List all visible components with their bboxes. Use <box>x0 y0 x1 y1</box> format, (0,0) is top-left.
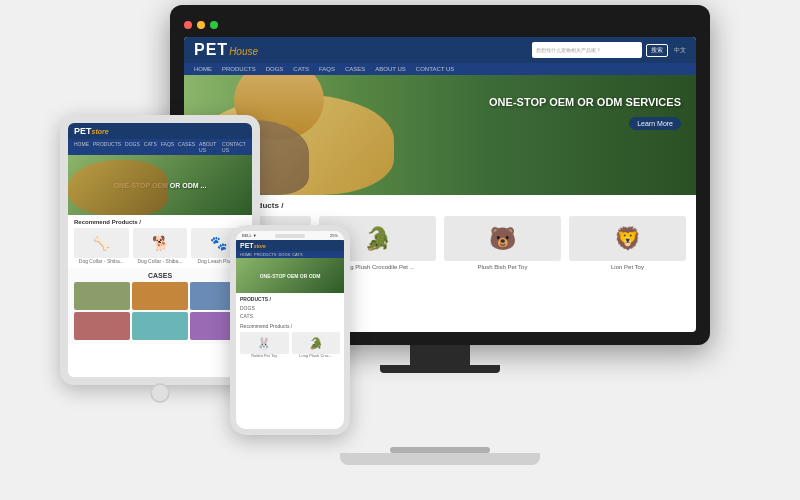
tab-nav-home[interactable]: HOME <box>74 141 89 153</box>
phone-battery: 25% <box>330 233 338 238</box>
nav-contact[interactable]: CONTACT US <box>416 66 454 72</box>
nav-home[interactable]: HOME <box>194 66 212 72</box>
nav-faqs[interactable]: FAQS <box>319 66 335 72</box>
laptop-base <box>340 453 540 465</box>
tab-nav-products[interactable]: PRODUCTS <box>93 141 121 153</box>
tablet-cases-title: CASES <box>74 272 246 279</box>
nav-dogs[interactable]: DOGS <box>266 66 284 72</box>
tablet-home-button[interactable] <box>150 383 170 403</box>
logo-house: House <box>229 46 258 57</box>
phone-screen: BELL ▼ 4:21 PM 25% PETstore HOME PRODUCT… <box>236 231 344 429</box>
tab-nav-faqs[interactable]: FAQS <box>161 141 174 153</box>
product-name-3: Plush Bish Pet Toy <box>444 264 561 271</box>
monitor-base <box>380 365 500 373</box>
phone-prod-img-1: 🐰 <box>240 332 289 354</box>
tablet-products-title: Recommend Products / <box>74 219 246 225</box>
tab-nav-cats[interactable]: CATS <box>144 141 157 153</box>
search-box[interactable]: 您想找什么宠物相关产品呢？ <box>532 42 642 58</box>
nav-cases[interactable]: CASES <box>345 66 365 72</box>
phone-notch <box>275 234 305 238</box>
hero-text: ONE-STOP OEM OR ODM SERVICES Learn More <box>489 95 681 130</box>
phone-product-1[interactable]: 🐰 Rabbit Pet Toy <box>240 332 289 359</box>
phone-products: PRODUCTS / DOGS CATS Recommend Products … <box>236 293 344 362</box>
site-hero: ONE-STOP OEM OR ODM SERVICES Learn More <box>184 75 696 195</box>
phone-logo: PETstore <box>240 242 266 249</box>
tablet-prod-img-2: 🐕 <box>133 228 188 258</box>
site-logo: PET House <box>194 41 258 59</box>
cases-grid <box>74 282 246 340</box>
tablet-product-1[interactable]: 🦴 Dog Collar - Shiba... <box>74 228 129 264</box>
phone-recommend-title: Recommend Products / <box>240 323 340 329</box>
tablet-prod-name-1: Dog Collar - Shiba... <box>74 258 129 264</box>
phone-nav: HOME PRODUCTS DOGS CATS <box>236 251 344 258</box>
tab-nav-dogs[interactable]: DOGS <box>125 141 140 153</box>
phone-label-cats: CATS <box>240 312 340 320</box>
tablet-logo: PETstore <box>74 126 109 136</box>
products-section-title: Recommend Products / <box>194 201 686 210</box>
phone-prod-img-2: 🐊 <box>292 332 341 354</box>
phone-hero-text: ONE-STOP OEM OR ODM <box>260 273 321 279</box>
tab-nav-cases[interactable]: CASES <box>178 141 195 153</box>
croc-icon: 🐊 <box>364 226 391 252</box>
case-img-4 <box>74 312 130 340</box>
ph-nav-dogs[interactable]: DOGS <box>278 252 290 257</box>
product-img-3: 🐻 <box>444 216 561 261</box>
minimize-dot <box>197 21 205 29</box>
search-button[interactable]: 搜索 <box>646 44 668 57</box>
tablet-logo-house: store <box>92 128 109 135</box>
phone-sidebar: DOGS CATS <box>240 304 340 320</box>
lion-icon: 🦁 <box>614 226 641 252</box>
tablet-prod-name-2: Dog Collar - Shiba... <box>133 258 188 264</box>
phone: BELL ▼ 4:21 PM 25% PETstore HOME PRODUCT… <box>230 225 350 435</box>
close-dot <box>184 21 192 29</box>
ph-nav-products[interactable]: PRODUCTS <box>254 252 276 257</box>
product-img-4: 🦁 <box>569 216 686 261</box>
case-img-2 <box>132 282 188 310</box>
phone-products-title: PRODUCTS / <box>240 296 340 302</box>
tablet-product-2[interactable]: 🐕 Dog Collar - Shiba... <box>133 228 188 264</box>
search-placeholder: 您想找什么宠物相关产品呢？ <box>536 47 636 53</box>
phone-hero: ONE-STOP OEM OR ODM <box>236 258 344 293</box>
nav-cats[interactable]: CATS <box>293 66 309 72</box>
hero-title: ONE-STOP OEM OR ODM SERVICES <box>489 95 681 109</box>
site-nav: HOME PRODUCTS DOGS CATS FAQS CASES ABOUT… <box>184 63 696 75</box>
phone-prod-name-2: Long Plush Croc... <box>292 354 341 359</box>
tablet-nav: HOME PRODUCTS DOGS CATS FAQS CASES ABOUT… <box>68 139 252 155</box>
tablet-hero: ONE-STOP OEM OR ODM ... <box>68 155 252 215</box>
phone-product-2[interactable]: 🐊 Long Plush Croc... <box>292 332 341 359</box>
scene: PET House 您想找什么宠物相关产品呢？ 搜索 中文 HOME PRODU… <box>10 5 790 495</box>
phone-label-dogs: DOGS <box>240 304 340 312</box>
maximize-dot <box>210 21 218 29</box>
nav-about[interactable]: ABOUT US <box>375 66 406 72</box>
phone-prod-name-1: Rabbit Pet Toy <box>240 354 289 359</box>
monitor-stand <box>410 345 470 365</box>
phone-logo-house: store <box>254 243 266 249</box>
tablet-screen: PETstore HOME PRODUCTS DOGS CATS FAQS CA… <box>68 123 252 377</box>
tablet-products: Recommend Products / 🦴 Dog Collar - Shib… <box>68 215 252 268</box>
phone-product-row: 🐰 Rabbit Pet Toy 🐊 Long Plush Croc... <box>240 332 340 359</box>
logo-pet: PET <box>194 41 228 59</box>
monitor-top-bar <box>184 21 696 29</box>
case-img-5 <box>132 312 188 340</box>
phone-carrier: BELL ▼ <box>242 233 257 238</box>
tablet-cases: CASES <box>68 268 252 344</box>
tab-nav-about[interactable]: ABOUT US <box>199 141 218 153</box>
tab-nav-contact[interactable]: CONTACT US <box>222 141 246 153</box>
product-name-4: Lion Pet Toy <box>569 264 686 271</box>
phone-body: BELL ▼ 4:21 PM 25% PETstore HOME PRODUCT… <box>230 225 350 435</box>
site-search: 您想找什么宠物相关产品呢？ 搜索 中文 <box>532 42 686 58</box>
ph-nav-home[interactable]: HOME <box>240 252 252 257</box>
product-card-3[interactable]: 🐻 Plush Bish Pet Toy <box>444 216 561 271</box>
case-img-1 <box>74 282 130 310</box>
tablet-prod-img-1: 🦴 <box>74 228 129 258</box>
learn-more-button[interactable]: Learn More <box>629 117 681 130</box>
tablet-header: PETstore <box>68 123 252 139</box>
product-card-4[interactable]: 🦁 Lion Pet Toy <box>569 216 686 271</box>
bear-icon: 🐻 <box>489 226 516 252</box>
tablet-product-row: 🦴 Dog Collar - Shiba... 🐕 Dog Collar - S… <box>74 228 246 264</box>
nav-products[interactable]: PRODUCTS <box>222 66 256 72</box>
ph-nav-cats[interactable]: CATS <box>292 252 302 257</box>
phone-header: PETstore <box>236 240 344 251</box>
lang-toggle[interactable]: 中文 <box>674 46 686 55</box>
site-header: PET House 您想找什么宠物相关产品呢？ 搜索 中文 <box>184 37 696 63</box>
